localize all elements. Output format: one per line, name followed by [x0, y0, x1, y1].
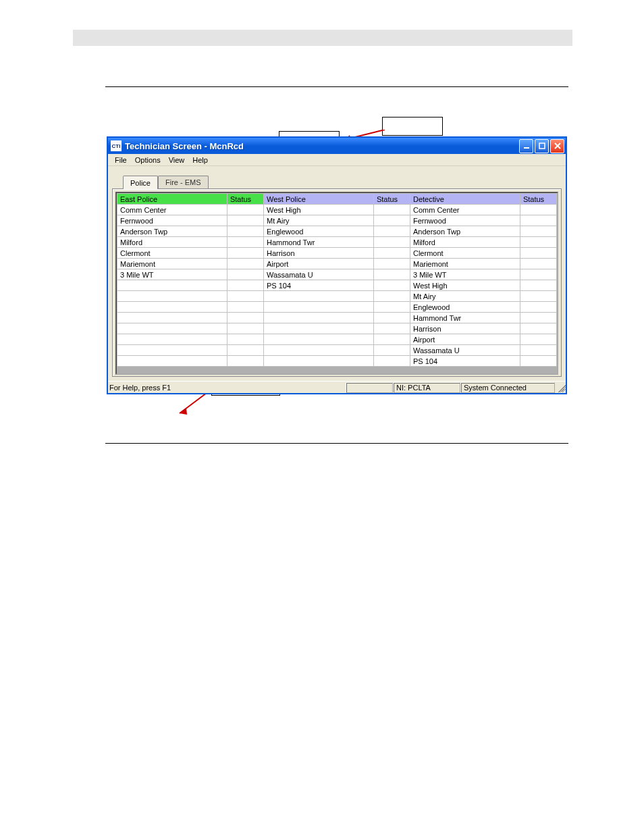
table-cell[interactable]: [520, 280, 556, 291]
table-cell[interactable]: [227, 313, 263, 323]
table-cell[interactable]: [117, 280, 227, 291]
table-cell[interactable]: [520, 334, 556, 345]
table-cell[interactable]: 3 Mile WT: [410, 269, 520, 280]
table-row[interactable]: Hammond Twr: [117, 313, 557, 323]
table-cell[interactable]: [227, 302, 263, 313]
table-cell[interactable]: [520, 291, 556, 302]
table-cell[interactable]: Clermont: [117, 248, 227, 259]
table-cell[interactable]: [373, 269, 410, 280]
table-cell[interactable]: [117, 313, 227, 323]
table-cell[interactable]: PS 104: [263, 280, 373, 291]
tab-police[interactable]: Police: [123, 176, 158, 189]
col-detective[interactable]: Detective: [410, 194, 520, 205]
table-cell[interactable]: [373, 356, 410, 367]
table-cell[interactable]: [520, 259, 556, 269]
table-cell[interactable]: [117, 323, 227, 334]
table-cell[interactable]: Harrison: [410, 323, 520, 334]
table-cell[interactable]: Milford: [410, 237, 520, 248]
table-cell[interactable]: Comm Center: [117, 205, 227, 215]
table-cell[interactable]: Mt Airy: [263, 215, 373, 226]
table-row[interactable]: Wassamata U: [117, 345, 557, 356]
table-cell[interactable]: [227, 356, 263, 367]
table-cell[interactable]: Airport: [410, 334, 520, 345]
table-cell[interactable]: [373, 259, 410, 269]
table-row[interactable]: Anderson TwpEnglewoodAnderson Twp: [117, 226, 557, 237]
table-cell[interactable]: [520, 356, 556, 367]
minimize-button[interactable]: [519, 139, 533, 153]
table-cell[interactable]: [227, 226, 263, 237]
table-cell[interactable]: West High: [410, 280, 520, 291]
table-cell[interactable]: [227, 345, 263, 356]
maximize-button[interactable]: [535, 139, 549, 153]
table-cell[interactable]: [227, 280, 263, 291]
table-cell[interactable]: 3 Mile WT: [117, 269, 227, 280]
table-cell[interactable]: [227, 248, 263, 259]
table-cell[interactable]: [373, 323, 410, 334]
col-east-police[interactable]: East Police: [117, 194, 227, 205]
table-row[interactable]: FernwoodMt AiryFernwood: [117, 215, 557, 226]
table-cell[interactable]: [263, 356, 373, 367]
table-cell[interactable]: [520, 345, 556, 356]
table-row[interactable]: Mt Airy: [117, 291, 557, 302]
table-cell[interactable]: [373, 280, 410, 291]
table-cell[interactable]: Englewood: [410, 302, 520, 313]
table-cell[interactable]: [117, 345, 227, 356]
titlebar[interactable]: CTI Technician Screen - McnRcd: [108, 138, 566, 154]
table-cell[interactable]: [263, 313, 373, 323]
col-west-status[interactable]: Status: [373, 194, 410, 205]
table-cell[interactable]: Anderson Twp: [117, 226, 227, 237]
table-row[interactable]: Comm CenterWest HighComm Center: [117, 205, 557, 215]
table-cell[interactable]: [373, 215, 410, 226]
table-cell[interactable]: [520, 205, 556, 215]
table-cell[interactable]: [227, 334, 263, 345]
table-cell[interactable]: [227, 215, 263, 226]
table-cell[interactable]: [117, 356, 227, 367]
table-cell[interactable]: Mariemont: [410, 259, 520, 269]
table-cell[interactable]: [227, 291, 263, 302]
table-cell[interactable]: [520, 215, 556, 226]
table-cell[interactable]: [373, 226, 410, 237]
table-cell[interactable]: Englewood: [263, 226, 373, 237]
table-cell[interactable]: [373, 237, 410, 248]
table-cell[interactable]: [117, 291, 227, 302]
table-cell[interactable]: [227, 269, 263, 280]
col-detective-status[interactable]: Status: [520, 194, 556, 205]
table-cell[interactable]: [373, 248, 410, 259]
menu-options[interactable]: Options: [131, 155, 165, 165]
table-cell[interactable]: Wassamata U: [410, 345, 520, 356]
table-cell[interactable]: Mariemont: [117, 259, 227, 269]
table-cell[interactable]: Hammond Twr: [410, 313, 520, 323]
table-cell[interactable]: [117, 334, 227, 345]
table-cell[interactable]: Wassamata U: [263, 269, 373, 280]
col-west-police[interactable]: West Police: [263, 194, 373, 205]
table-row[interactable]: MilfordHammond TwrMilford: [117, 237, 557, 248]
table-cell[interactable]: [227, 323, 263, 334]
table-cell[interactable]: Fernwood: [117, 215, 227, 226]
close-button[interactable]: [550, 139, 564, 153]
table-cell[interactable]: [263, 334, 373, 345]
table-cell[interactable]: Clermont: [410, 248, 520, 259]
table-cell[interactable]: [520, 269, 556, 280]
table-cell[interactable]: [227, 259, 263, 269]
table-cell[interactable]: [263, 323, 373, 334]
menu-help[interactable]: Help: [188, 155, 212, 165]
table-cell[interactable]: [520, 302, 556, 313]
table-cell[interactable]: Airport: [263, 259, 373, 269]
table-cell[interactable]: [373, 313, 410, 323]
table-cell[interactable]: Hammond Twr: [263, 237, 373, 248]
table-cell[interactable]: [263, 302, 373, 313]
table-row[interactable]: MariemontAirportMariemont: [117, 259, 557, 269]
table-row[interactable]: PS 104: [117, 356, 557, 367]
table-cell[interactable]: [520, 226, 556, 237]
table-cell[interactable]: [227, 237, 263, 248]
col-east-status[interactable]: Status: [227, 194, 263, 205]
table-cell[interactable]: Anderson Twp: [410, 226, 520, 237]
table-row[interactable]: Airport: [117, 334, 557, 345]
table-cell[interactable]: PS 104: [410, 356, 520, 367]
table-cell[interactable]: [373, 291, 410, 302]
table-cell[interactable]: Comm Center: [410, 205, 520, 215]
table-cell[interactable]: Fernwood: [410, 215, 520, 226]
table-row[interactable]: Englewood: [117, 302, 557, 313]
menu-file[interactable]: File: [111, 155, 131, 165]
table-cell[interactable]: [117, 302, 227, 313]
